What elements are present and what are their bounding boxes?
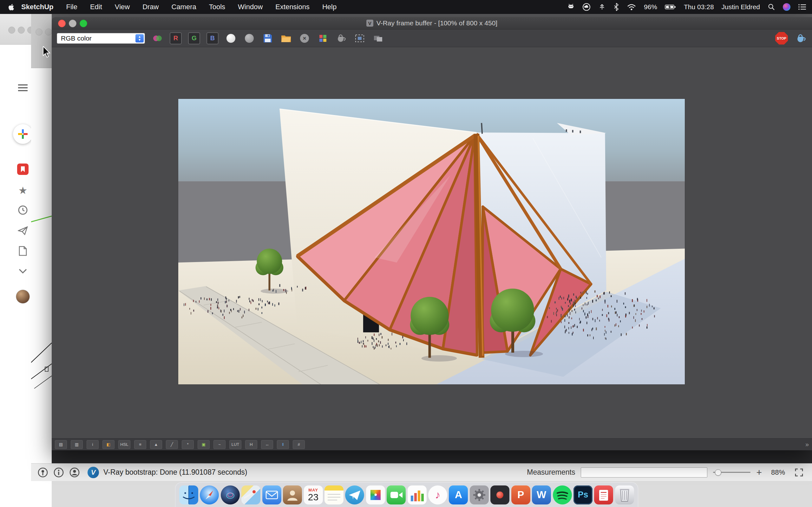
vfb-footer-split-tool[interactable]: ‖	[277, 440, 289, 449]
dock-icon-spotify[interactable]	[553, 486, 572, 504]
select-stepper[interactable]: ▲▼	[136, 34, 144, 43]
credits-info-button[interactable]	[53, 467, 64, 478]
dock-icon-itunes[interactable]: ♪	[428, 486, 447, 504]
avatar[interactable]	[16, 290, 30, 303]
vfb-footer-lut-tool[interactable]: LUT	[229, 440, 241, 449]
dock-icon-trash[interactable]	[615, 486, 634, 504]
clear-image-button[interactable]: ×	[299, 32, 310, 44]
vfb-footer-clamp-tool[interactable]: ▣	[198, 440, 210, 449]
menu-view[interactable]: View	[108, 0, 136, 14]
menu-help[interactable]: Help	[316, 0, 343, 14]
measurements-input[interactable]	[581, 467, 707, 477]
menu-camera[interactable]: Camera	[165, 0, 203, 14]
dock-icon-photoshop[interactable]: Ps	[573, 486, 593, 504]
new-item-button[interactable]	[13, 124, 33, 144]
render-teapot-button[interactable]	[795, 32, 807, 44]
compare-images-button[interactable]	[372, 32, 384, 44]
render-last-icon[interactable]	[335, 32, 347, 44]
dock-icon-contacts[interactable]	[283, 486, 302, 504]
vfb-footer-color-balance-tool[interactable]: ≡	[134, 440, 146, 449]
dock-icon-telegram[interactable]	[345, 486, 364, 504]
geolocation-button[interactable]	[38, 467, 48, 478]
inactive-minimize-button[interactable]	[18, 26, 25, 34]
vfb-footer-exposure-tool[interactable]: ◧	[102, 440, 114, 449]
send-icon[interactable]	[18, 226, 28, 235]
vfb-footer-curves-tool[interactable]: ~	[213, 440, 225, 449]
battery-icon[interactable]	[665, 2, 676, 12]
star-icon[interactable]: ★	[18, 184, 28, 196]
dock-icon-facetime[interactable]	[387, 486, 406, 504]
bluetooth-icon[interactable]	[613, 2, 619, 12]
vfb-footer-history-tool[interactable]: H	[245, 440, 257, 449]
dock-icon-calendar[interactable]: MAY 23	[304, 486, 323, 504]
inactive-close-button[interactable]	[8, 26, 15, 34]
menu-edit[interactable]: Edit	[84, 0, 108, 14]
vfb-footer-overflow-icon[interactable]: »	[805, 441, 809, 448]
channel-select[interactable]: RGB color ▲▼	[57, 33, 145, 44]
document-icon[interactable]	[19, 246, 27, 256]
menu-clock[interactable]: Thu 03:28	[684, 3, 714, 11]
vfb-footer-curve-tool[interactable]: ╱	[166, 440, 178, 449]
antenna-icon[interactable]	[598, 2, 606, 12]
dock-icon-powerpoint[interactable]: P	[511, 486, 530, 504]
dock-icon-finder[interactable]	[179, 486, 198, 504]
dock-icon-notes[interactable]	[324, 486, 344, 504]
vfb-footer-image-tool[interactable]: ▤	[55, 440, 67, 449]
robot-icon[interactable]	[567, 2, 575, 12]
green-channel-button[interactable]: G	[188, 32, 200, 44]
hamburger-menu-icon[interactable]	[17, 83, 28, 92]
dock-icon-maps[interactable]	[241, 486, 260, 504]
load-image-button[interactable]	[280, 32, 292, 44]
dock-icon-siri[interactable]	[221, 486, 240, 504]
chevron-down-icon[interactable]	[19, 269, 27, 274]
wifi-icon[interactable]	[627, 2, 636, 12]
menu-draw[interactable]: Draw	[136, 0, 165, 14]
dock-icon-safari[interactable]	[200, 486, 219, 504]
siri-icon[interactable]	[783, 3, 791, 11]
dock-icon-app-store[interactable]: A	[449, 486, 468, 504]
menu-app-name[interactable]: SketchUp	[17, 0, 60, 14]
vfb-footer-background-tool[interactable]: ▲	[150, 440, 162, 449]
monochrome-button[interactable]	[243, 32, 255, 44]
bookmark-icon[interactable]	[17, 164, 29, 175]
pixel-info-button[interactable]	[317, 32, 329, 44]
menu-file[interactable]: File	[60, 0, 84, 14]
menu-extensions[interactable]: Extensions	[269, 0, 316, 14]
sketchup-traffic-light[interactable]	[36, 29, 43, 36]
vfb-footer-layers-tool[interactable]: ▥	[71, 440, 83, 449]
dock-icon-news[interactable]	[594, 486, 613, 504]
blue-channel-button[interactable]: B	[206, 32, 218, 44]
creative-cloud-icon[interactable]	[582, 2, 591, 12]
vfb-footer-info-tool[interactable]: i	[87, 440, 99, 449]
channels-icon[interactable]	[151, 32, 163, 44]
notification-center-icon[interactable]	[798, 2, 806, 12]
red-channel-button[interactable]: R	[170, 32, 182, 44]
vfb-footer-stamp-tool[interactable]: #	[293, 440, 305, 449]
menu-window[interactable]: Window	[232, 0, 269, 14]
region-render-button[interactable]	[354, 32, 366, 44]
history-clock-icon[interactable]	[18, 205, 28, 215]
alpha-channel-button[interactable]	[225, 32, 237, 44]
save-image-button[interactable]	[262, 32, 274, 44]
vfb-footer-compare-tool[interactable]: ↔	[261, 440, 273, 449]
zoom-slider[interactable]	[713, 472, 751, 473]
menu-user[interactable]: Justin Eldred	[722, 3, 760, 11]
menu-tools[interactable]: Tools	[203, 0, 232, 14]
vfb-titlebar[interactable]: V V-Ray frame buffer - [100% of 800 x 45…	[52, 17, 812, 30]
dock-icon-mail[interactable]	[262, 486, 281, 504]
dock-icon-word[interactable]: W	[532, 486, 551, 504]
zoom-slider-knob[interactable]	[715, 469, 721, 475]
dock-icon-stocks[interactable]	[408, 486, 426, 504]
dock-icon-utility[interactable]	[490, 486, 509, 504]
dock-icon-photos[interactable]	[366, 486, 385, 504]
stop-render-button[interactable]: STOP	[775, 32, 788, 45]
sketchup-traffic-light[interactable]	[45, 29, 52, 36]
apple-menu[interactable]	[0, 3, 17, 11]
vfb-footer-hsl-tool[interactable]: HSL	[118, 440, 131, 449]
spotlight-icon[interactable]	[768, 2, 775, 12]
zoom-in-button[interactable]: +	[756, 468, 762, 477]
fullscreen-icon[interactable]	[794, 468, 804, 477]
dock-icon-system-preferences[interactable]	[470, 486, 489, 504]
account-button[interactable]	[69, 467, 80, 478]
vfb-footer-white-balance-tool[interactable]: *	[182, 440, 194, 449]
